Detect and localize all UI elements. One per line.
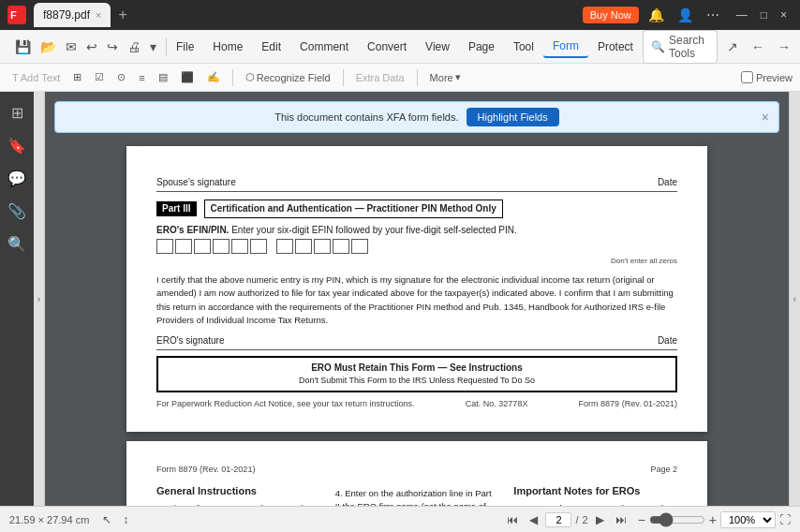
part3-title: Certification and Authentication — Pract… bbox=[204, 200, 503, 218]
new-tab-button[interactable]: + bbox=[114, 7, 130, 23]
forward-icon[interactable]: → bbox=[774, 37, 794, 56]
zoom-slider[interactable] bbox=[649, 512, 705, 527]
dont-enter-zeros: Don't enter all zeros bbox=[156, 256, 677, 266]
banner-close-button[interactable]: × bbox=[762, 110, 769, 125]
more-button[interactable]: More ▾ bbox=[425, 69, 466, 85]
email-icon[interactable]: ✉ bbox=[62, 37, 81, 56]
retain-box: ERO Must Retain This Form — See Instruct… bbox=[156, 356, 677, 392]
btn-icon[interactable]: ⬛ bbox=[176, 69, 199, 85]
cat-no: Cat. No. 32778X bbox=[466, 398, 528, 410]
ero-date-label: Date bbox=[658, 334, 677, 347]
menu-tool[interactable]: Tool bbox=[504, 37, 543, 57]
efin-separator bbox=[269, 239, 274, 254]
sign-btn[interactable]: ✍ bbox=[202, 69, 225, 85]
pdf-page-2: Form 8879 (Rev. 01-2021) Page 2 General … bbox=[126, 441, 707, 506]
sidebar-icon-bookmarks[interactable]: 🔖 bbox=[3, 132, 31, 159]
recognize-field-button[interactable]: ⬡ Recognize Field bbox=[241, 69, 335, 85]
menu-file[interactable]: File bbox=[167, 37, 203, 57]
menu-dots-icon[interactable]: ⋯ bbox=[703, 6, 723, 24]
cert-text: I certify that the above numeric entry i… bbox=[156, 273, 677, 327]
select-icon[interactable]: ↕ bbox=[119, 511, 132, 528]
menu-page[interactable]: Page bbox=[459, 37, 504, 57]
efin-box-5[interactable] bbox=[231, 239, 248, 254]
open-icon[interactable]: 📂 bbox=[37, 37, 60, 56]
page-dimensions: 21.59 × 27.94 cm bbox=[9, 514, 89, 525]
left-toggle-icon: › bbox=[37, 294, 40, 304]
active-tab[interactable]: f8879.pdf × bbox=[34, 3, 111, 27]
undo-icon[interactable]: ↩ bbox=[82, 37, 101, 56]
prev-page-button[interactable]: ◀ bbox=[526, 511, 541, 528]
menu-protect[interactable]: Protect bbox=[588, 37, 643, 57]
minimize-button[interactable]: — bbox=[731, 6, 753, 24]
preview-checkbox[interactable] bbox=[741, 71, 753, 83]
recognize-icon: ⬡ bbox=[245, 71, 255, 83]
efin-input-boxes bbox=[156, 239, 677, 254]
zoom-in-button[interactable]: + bbox=[709, 512, 717, 527]
efin-box-2[interactable] bbox=[175, 239, 192, 254]
menu-comment[interactable]: Comment bbox=[290, 37, 358, 57]
left-panel-toggle[interactable]: › bbox=[34, 92, 45, 506]
sidebar-icon-search[interactable]: 🔍 bbox=[3, 230, 31, 258]
print-icon[interactable]: 🖨 bbox=[124, 37, 144, 56]
extra-data-button[interactable]: Extra Data bbox=[351, 70, 409, 85]
app-logo: F bbox=[7, 6, 26, 24]
next-page-button[interactable]: ▶ bbox=[592, 511, 608, 528]
menu-view[interactable]: View bbox=[416, 37, 459, 57]
add-text-button[interactable]: T Add Text bbox=[7, 70, 65, 85]
page2-header-row: Form 8879 (Rev. 01-2021) Page 2 bbox=[156, 464, 677, 476]
preview-checkbox-label[interactable]: Preview bbox=[741, 71, 793, 83]
page-navigation: ⏮ ◀ / 2 ▶ ⏭ bbox=[503, 511, 630, 528]
fit-page-button[interactable]: ⛶ bbox=[779, 513, 791, 526]
sidebar-icon-comments[interactable]: 💬 bbox=[3, 165, 31, 192]
search-tools-box[interactable]: 🔍 Search Tools bbox=[643, 30, 718, 64]
page-separator: / bbox=[575, 514, 578, 525]
menu-form[interactable]: Form bbox=[543, 36, 588, 58]
zoom-out-button[interactable]: − bbox=[638, 512, 645, 527]
menu-convert[interactable]: Convert bbox=[358, 37, 416, 57]
buy-now-button[interactable]: Buy Now bbox=[583, 7, 639, 23]
last-page-button[interactable]: ⏭ bbox=[612, 511, 630, 528]
current-page-input[interactable] bbox=[545, 512, 571, 527]
save-icon[interactable]: 💾 bbox=[11, 37, 35, 56]
redo-icon[interactable]: ↪ bbox=[103, 37, 122, 56]
first-page-button[interactable]: ⏮ bbox=[503, 511, 522, 528]
highlight-fields-button[interactable]: Highlight Fields bbox=[467, 108, 559, 126]
document-area[interactable]: This document contains XFA form fields. … bbox=[45, 92, 789, 506]
user-icon[interactable]: 👤 bbox=[674, 6, 697, 24]
pin-box-2[interactable] bbox=[295, 239, 312, 254]
cursor-icon[interactable]: ↖ bbox=[98, 511, 115, 528]
sidebar-icon-pages[interactable]: ⊞ bbox=[7, 99, 28, 126]
menu-home[interactable]: Home bbox=[203, 37, 252, 57]
right-panel-toggle[interactable]: ‹ bbox=[789, 92, 800, 506]
form-toolbar: T Add Text ⊞ ☑ ⊙ ≡ ▤ ⬛ ✍ ⬡ Recognize Fie… bbox=[0, 64, 800, 92]
pin-box-3[interactable] bbox=[314, 239, 331, 254]
search-tools-label: Search Tools bbox=[669, 34, 709, 60]
share-icon[interactable]: ↗ bbox=[723, 37, 742, 56]
efin-box-1[interactable] bbox=[156, 239, 173, 254]
notification-icon[interactable]: 🔔 bbox=[644, 6, 668, 24]
menu-bar: 💾 📂 ✉ ↩ ↪ 🖨 ▾ File Home Edit Comment Con… bbox=[0, 30, 800, 64]
efin-box-6[interactable] bbox=[250, 239, 267, 254]
list-btn[interactable]: ≡ bbox=[134, 70, 149, 85]
pin-box-4[interactable] bbox=[333, 239, 349, 254]
combo-btn[interactable]: ▤ bbox=[154, 69, 172, 85]
efin-box-4[interactable] bbox=[213, 239, 230, 254]
sidebar-icon-attachments[interactable]: 📎 bbox=[3, 198, 31, 225]
toolbar-separator-2 bbox=[343, 69, 344, 86]
page-number-2: Page 2 bbox=[650, 464, 677, 476]
close-button[interactable]: × bbox=[775, 6, 793, 24]
pin-box-5[interactable] bbox=[351, 239, 368, 254]
pin-box-1[interactable] bbox=[276, 239, 293, 254]
tab-close-button[interactable]: × bbox=[96, 9, 101, 21]
menu-edit[interactable]: Edit bbox=[252, 37, 290, 57]
align-btn[interactable]: ⊞ bbox=[68, 69, 86, 85]
radio-btn[interactable]: ⊙ bbox=[112, 69, 130, 85]
maximize-button[interactable]: □ bbox=[755, 6, 773, 24]
title-actions: Buy Now 🔔 👤 ⋯ bbox=[583, 6, 723, 24]
dropdown-icon[interactable]: ▾ bbox=[146, 37, 160, 56]
form-label-2: Form 8879 (Rev. 01-2021) bbox=[156, 464, 255, 476]
back-icon[interactable]: ← bbox=[748, 37, 768, 56]
checkbox-btn[interactable]: ☑ bbox=[90, 69, 109, 85]
efin-box-3[interactable] bbox=[194, 239, 211, 254]
zoom-select[interactable]: 100% 75% 125% 150% bbox=[720, 511, 776, 528]
